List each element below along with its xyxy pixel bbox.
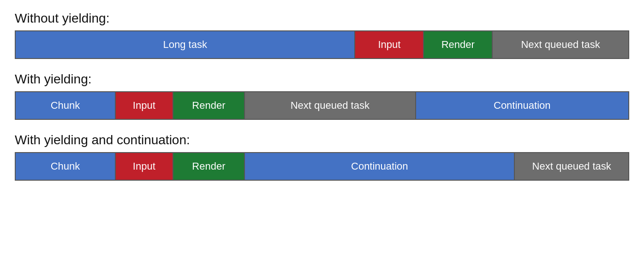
bar-segment-next-queued-task: Next queued task bbox=[514, 153, 628, 180]
diagram3-title: With yielding and continuation: bbox=[15, 133, 629, 147]
diagram1-bar: Long taskInputRenderNext queued task bbox=[15, 30, 629, 59]
diagram1-title: Without yielding: bbox=[15, 11, 629, 26]
bar-segment-render: Render bbox=[173, 92, 244, 119]
diagram2-bar: ChunkInputRenderNext queued taskContinua… bbox=[15, 91, 629, 120]
bar-segment-input: Input bbox=[115, 153, 173, 180]
bar-segment-next-queued-task: Next queued task bbox=[492, 31, 628, 58]
diagram-with-yielding: With yielding: ChunkInputRenderNext queu… bbox=[15, 72, 629, 120]
bar-segment-render: Render bbox=[423, 31, 492, 58]
bar-segment-chunk: Chunk bbox=[16, 92, 115, 119]
diagram3-bar: ChunkInputRenderContinuationNext queued … bbox=[15, 152, 629, 181]
bar-segment-input: Input bbox=[354, 31, 423, 58]
bar-segment-long-task: Long task bbox=[16, 31, 354, 58]
bar-segment-next-queued-task: Next queued task bbox=[244, 92, 415, 119]
bar-segment-chunk: Chunk bbox=[16, 153, 115, 180]
bar-segment-render: Render bbox=[173, 153, 244, 180]
bar-segment-continuation: Continuation bbox=[244, 153, 514, 180]
bar-segment-input: Input bbox=[115, 92, 173, 119]
bar-segment-continuation: Continuation bbox=[415, 92, 628, 119]
diagram2-title: With yielding: bbox=[15, 72, 629, 87]
diagram-without-yielding: Without yielding: Long taskInputRenderNe… bbox=[15, 11, 629, 59]
diagram-with-yielding-continuation: With yielding and continuation: ChunkInp… bbox=[15, 133, 629, 181]
